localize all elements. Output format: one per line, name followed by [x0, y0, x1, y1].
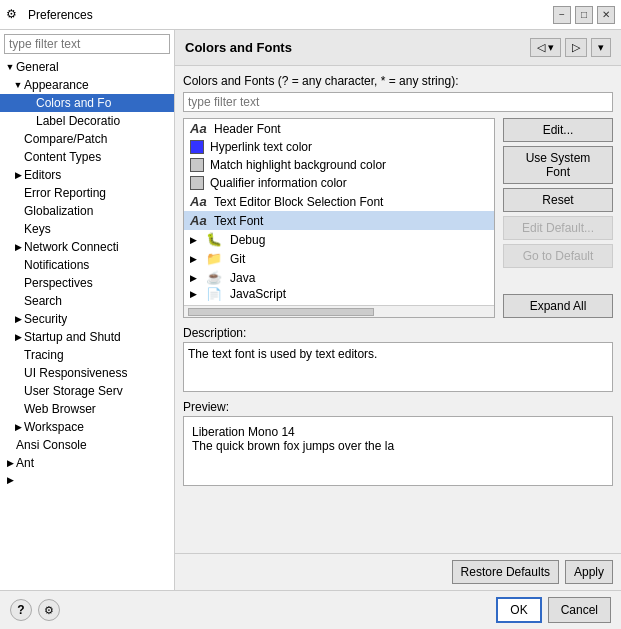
nav-back-button[interactable]: ◁ ▾: [530, 38, 561, 57]
preview-box: Liberation Mono 14 The quick brown fox j…: [183, 416, 613, 486]
preferences-button[interactable]: ⚙: [38, 599, 60, 621]
list-item[interactable]: Aa Text Editor Block Selection Font: [184, 192, 494, 211]
expand-arrow-general: ▼: [4, 61, 16, 73]
edit-button[interactable]: Edit...: [503, 118, 613, 142]
cancel-button[interactable]: Cancel: [548, 597, 611, 623]
panel-footer: Restore Defaults Apply: [175, 553, 621, 590]
colors-list[interactable]: Aa Header Font Hyperlink text color Matc…: [184, 119, 494, 305]
dialog-footer: ? ⚙ OK Cancel: [0, 590, 621, 629]
help-button[interactable]: ?: [10, 599, 32, 621]
minimize-button[interactable]: −: [553, 6, 571, 24]
horizontal-scrollbar[interactable]: [184, 305, 494, 317]
expand-arrow-ant: ▶: [4, 457, 16, 469]
nav-forward-button[interactable]: ▷: [565, 38, 587, 57]
sidebar-filter-input[interactable]: [4, 34, 170, 54]
sidebar-label-ui-responsiveness: UI Responsiveness: [24, 366, 127, 380]
debug-icon: 🐛: [206, 232, 222, 247]
js-icon: 📄: [206, 287, 222, 301]
list-item[interactable]: ▶ ☕ Java: [184, 268, 494, 287]
sidebar-item-ui-responsiveness[interactable]: UI Responsiveness: [0, 364, 174, 382]
sidebar-item-ansi-console[interactable]: Ansi Console: [0, 436, 174, 454]
sidebar-label-label-decorations: Label Decoratio: [36, 114, 120, 128]
list-item[interactable]: Match highlight background color: [184, 156, 494, 174]
sidebar-item-web-browser[interactable]: Web Browser: [0, 400, 174, 418]
expand-arrow-user-storage: [12, 385, 24, 397]
sidebar-label-colors-and-fonts: Colors and Fo: [36, 96, 111, 110]
sidebar-label-network: Network Connecti: [24, 240, 119, 254]
sidebar-label-notifications: Notifications: [24, 258, 89, 272]
reset-button[interactable]: Reset: [503, 188, 613, 212]
ok-button[interactable]: OK: [496, 597, 541, 623]
edit-default-button[interactable]: Edit Default...: [503, 216, 613, 240]
sidebar-item-user-storage[interactable]: User Storage Serv: [0, 382, 174, 400]
app-icon: ⚙: [6, 7, 22, 23]
use-system-font-button[interactable]: Use System Font: [503, 146, 613, 184]
sidebar-item-search[interactable]: Search: [0, 292, 174, 310]
expand-arrow-workspace: ▶: [12, 421, 24, 433]
list-item[interactable]: ▶ 📄 JavaScript: [184, 287, 494, 301]
sidebar-item-security[interactable]: ▶ Security: [0, 310, 174, 328]
apply-button[interactable]: Apply: [565, 560, 613, 584]
sidebar-item-workspace[interactable]: ▶ Workspace: [0, 418, 174, 436]
preview-line1: Liberation Mono 14: [192, 425, 604, 439]
sidebar-item-globalization[interactable]: Globalization: [0, 202, 174, 220]
sidebar: ▼ General ▼ Appearance Colors and Fo Lab…: [0, 30, 175, 590]
list-item[interactable]: Aa Header Font: [184, 119, 494, 138]
go-to-default-button[interactable]: Go to Default: [503, 244, 613, 268]
sidebar-item-general[interactable]: ▼ General: [0, 58, 174, 76]
expand-arrow-appearance: ▼: [12, 79, 24, 91]
sidebar-item-error-reporting[interactable]: Error Reporting: [0, 184, 174, 202]
item-label: Git: [230, 252, 245, 266]
item-label: Hyperlink text color: [210, 140, 312, 154]
sidebar-item-label-decorations[interactable]: Label Decoratio: [0, 112, 174, 130]
colors-filter-input[interactable]: [183, 92, 613, 112]
sidebar-item-keys[interactable]: Keys: [0, 220, 174, 238]
sidebar-item-network[interactable]: ▶ Network Connecti: [0, 238, 174, 256]
expand-arrow-network: ▶: [12, 241, 24, 253]
sidebar-label-security: Security: [24, 312, 67, 326]
expand-arrow-perspectives: [12, 277, 24, 289]
font-icon: Aa: [190, 121, 206, 136]
footer-left: ? ⚙: [10, 599, 60, 621]
expand-arrow-glob: [12, 205, 24, 217]
expand-arrow-web: [12, 403, 24, 415]
scrollbar-thumb[interactable]: [188, 308, 374, 316]
sidebar-label-startup: Startup and Shutd: [24, 330, 121, 344]
restore-defaults-button[interactable]: Restore Defaults: [452, 560, 559, 584]
sidebar-label-error-reporting: Error Reporting: [24, 186, 106, 200]
sidebar-item-startup[interactable]: ▶ Startup and Shutd: [0, 328, 174, 346]
title-bar: ⚙ Preferences − □ ✕: [0, 0, 621, 30]
sidebar-item-notifications[interactable]: Notifications: [0, 256, 174, 274]
expand-arrow-content-types: [12, 151, 24, 163]
expand-arrow-search: [12, 295, 24, 307]
sidebar-item-compare-patch[interactable]: Compare/Patch: [0, 130, 174, 148]
sidebar-item-partial[interactable]: ▶: [0, 472, 174, 488]
list-item[interactable]: ▶ 📁 Git: [184, 249, 494, 268]
font-icon: Aa: [190, 194, 206, 209]
list-item[interactable]: Aa Text Font: [184, 211, 494, 230]
maximize-button[interactable]: □: [575, 6, 593, 24]
sidebar-item-tracing[interactable]: Tracing: [0, 346, 174, 364]
expand-arrow-ui: [12, 367, 24, 379]
nav-menu-button[interactable]: ▾: [591, 38, 611, 57]
sidebar-label-ant: Ant: [16, 456, 34, 470]
sidebar-item-appearance[interactable]: ▼ Appearance: [0, 76, 174, 94]
list-item[interactable]: Qualifier information color: [184, 174, 494, 192]
sidebar-item-content-types[interactable]: Content Types: [0, 148, 174, 166]
sidebar-label-globalization: Globalization: [24, 204, 93, 218]
expand-arrow-git: ▶: [190, 254, 202, 264]
item-label: Qualifier information color: [210, 176, 347, 190]
main-content: ▼ General ▼ Appearance Colors and Fo Lab…: [0, 30, 621, 590]
sidebar-item-colors-and-fonts[interactable]: Colors and Fo: [0, 94, 174, 112]
close-button[interactable]: ✕: [597, 6, 615, 24]
description-section: Description: The text font is used by te…: [183, 326, 613, 392]
expand-all-button[interactable]: Expand All: [503, 294, 613, 318]
sidebar-item-perspectives[interactable]: Perspectives: [0, 274, 174, 292]
window-title: Preferences: [28, 8, 553, 22]
list-item[interactable]: Hyperlink text color: [184, 138, 494, 156]
sidebar-item-editors[interactable]: ▶ Editors: [0, 166, 174, 184]
preview-line2: The quick brown fox jumps over the la: [192, 439, 604, 453]
sidebar-item-ant[interactable]: ▶ Ant: [0, 454, 174, 472]
list-item[interactable]: ▶ 🐛 Debug: [184, 230, 494, 249]
expand-arrow-ansi: [4, 439, 16, 451]
